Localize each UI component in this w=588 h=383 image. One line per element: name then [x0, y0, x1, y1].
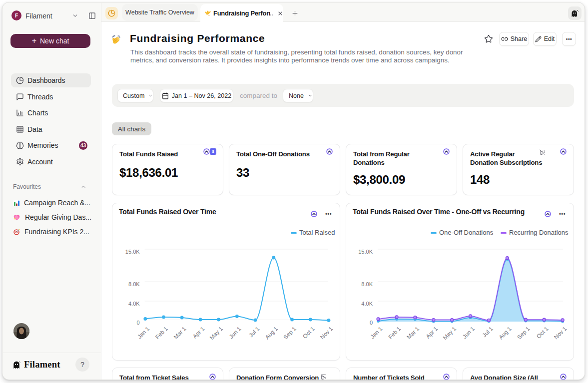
svg-text:Nov 1: Nov 1 — [553, 326, 568, 341]
svg-text:0: 0 — [136, 320, 139, 326]
svg-text:15.0K: 15.0K — [125, 249, 140, 255]
svg-text:Mar 1: Mar 1 — [406, 326, 420, 340]
svg-text:Jan 1: Jan 1 — [136, 326, 150, 340]
svg-text:0: 0 — [370, 320, 373, 326]
svg-text:Feb 1: Feb 1 — [154, 326, 169, 340]
svg-text:May 1: May 1 — [208, 326, 224, 341]
svg-text:Sep 1: Sep 1 — [282, 326, 297, 341]
svg-text:4.0K: 4.0K — [128, 301, 140, 307]
svg-text:15.0K: 15.0K — [358, 249, 373, 255]
svg-text:Jun 1: Jun 1 — [228, 326, 242, 340]
svg-text:Apr 1: Apr 1 — [191, 326, 205, 340]
svg-text:8.0K: 8.0K — [361, 281, 373, 287]
svg-text:Jul 1: Jul 1 — [248, 326, 261, 339]
svg-text:Jan 1: Jan 1 — [369, 326, 383, 340]
svg-text:Jun 1: Jun 1 — [462, 326, 476, 340]
svg-text:Aug 1: Aug 1 — [498, 326, 513, 341]
svg-text:4.0K: 4.0K — [361, 301, 373, 307]
svg-text:Mar 1: Mar 1 — [172, 326, 187, 340]
svg-text:8.0K: 8.0K — [128, 281, 140, 287]
svg-text:Oct 1: Oct 1 — [302, 326, 316, 340]
svg-text:Oct 1: Oct 1 — [536, 326, 550, 340]
svg-text:Jul 1: Jul 1 — [481, 326, 494, 339]
svg-text:Sep 1: Sep 1 — [516, 326, 531, 341]
svg-text:Aug 1: Aug 1 — [264, 326, 279, 341]
svg-text:May 1: May 1 — [442, 326, 457, 341]
svg-text:Apr 1: Apr 1 — [425, 326, 439, 340]
svg-text:Feb 1: Feb 1 — [387, 326, 402, 340]
svg-text:Nov 1: Nov 1 — [319, 326, 334, 341]
